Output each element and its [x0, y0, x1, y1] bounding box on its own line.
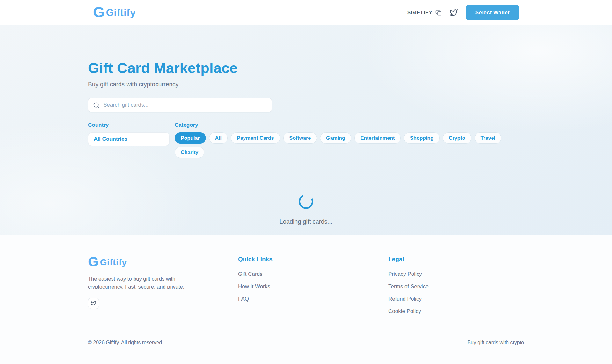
country-select[interactable]: All Countries: [88, 132, 170, 146]
loading-spinner-icon: [297, 192, 316, 211]
category-chip-payment-cards[interactable]: Payment Cards: [231, 132, 280, 144]
header: G Giftify $GIFTIFY Select Wallet: [0, 0, 612, 25]
select-wallet-button[interactable]: Select Wallet: [466, 5, 519, 20]
category-chip-popular[interactable]: Popular: [175, 132, 206, 144]
loading-text: Loading gift cards...: [280, 218, 332, 225]
category-filter-group: Category Popular All Payment Cards Softw…: [175, 122, 524, 158]
footer-legal-column: Legal Privacy Policy Terms of Service Re…: [379, 256, 524, 321]
logo-g-icon: G: [93, 5, 104, 19]
category-chip-charity[interactable]: Charity: [175, 147, 204, 158]
footer-brand-column: G Giftify The easiest way to buy gift ca…: [88, 256, 233, 321]
token-ticker-group: $GIFTIFY: [407, 10, 441, 16]
footer-description: The easiest way to buy gift cards with c…: [88, 275, 199, 291]
page-subtitle: Buy gift cards with cryptocurrency: [88, 81, 524, 88]
quick-links-heading: Quick Links: [238, 256, 379, 263]
country-label: Country: [88, 122, 170, 128]
category-chip-all[interactable]: All: [209, 132, 228, 144]
filters-row: Country All Countries Category Popular A…: [88, 122, 524, 158]
country-filter-group: Country All Countries: [88, 122, 170, 146]
footer-link-cookie-policy[interactable]: Cookie Policy: [388, 308, 524, 315]
category-chip-shopping[interactable]: Shopping: [404, 132, 440, 144]
category-chip-gaming[interactable]: Gaming: [320, 132, 351, 144]
header-actions: $GIFTIFY Select Wallet: [407, 5, 519, 20]
footer-link-privacy-policy[interactable]: Privacy Policy: [388, 271, 524, 277]
category-chip-travel[interactable]: Travel: [475, 132, 501, 144]
loading-state: Loading gift cards...: [88, 194, 524, 225]
category-chip-software[interactable]: Software: [283, 132, 317, 144]
copy-icon[interactable]: [435, 10, 441, 16]
footer: G Giftify The easiest way to buy gift ca…: [0, 235, 612, 346]
footer-link-terms-of-service[interactable]: Terms of Service: [388, 283, 524, 290]
footer-quick-links-column: Quick Links Gift Cards How It Works FAQ: [233, 256, 379, 321]
search-input[interactable]: [103, 102, 267, 108]
footer-logo[interactable]: G Giftify: [88, 256, 233, 269]
footer-tagline: Buy gift cards with crypto: [467, 340, 524, 346]
logo-wordmark: Giftify: [106, 7, 136, 18]
category-chips: Popular All Payment Cards Software Gamin…: [175, 132, 524, 158]
category-chip-entertainment[interactable]: Entertainment: [354, 132, 401, 144]
twitter-icon[interactable]: [450, 9, 458, 17]
copyright-text: © 2026 Giftify. All rights reserved.: [88, 340, 163, 346]
footer-link-faq[interactable]: FAQ: [238, 296, 379, 302]
logo[interactable]: G Giftify: [93, 5, 136, 20]
footer-link-gift-cards[interactable]: Gift Cards: [238, 271, 379, 277]
legal-heading: Legal: [388, 256, 524, 263]
page-title: Gift Card Marketplace: [88, 60, 524, 76]
category-chip-crypto[interactable]: Crypto: [443, 132, 471, 144]
search-icon: [93, 102, 100, 109]
footer-link-how-it-works[interactable]: How It Works: [238, 283, 379, 290]
footer-logo-wordmark: Giftify: [100, 257, 127, 268]
token-ticker: $GIFTIFY: [407, 10, 433, 16]
footer-link-refund-policy[interactable]: Refund Policy: [388, 296, 524, 302]
category-label: Category: [175, 122, 524, 128]
marketplace-section: Gift Card Marketplace Buy gift cards wit…: [0, 25, 612, 235]
footer-logo-g-icon: G: [88, 255, 98, 268]
footer-twitter-icon[interactable]: [88, 298, 99, 309]
search-box[interactable]: [88, 98, 272, 112]
